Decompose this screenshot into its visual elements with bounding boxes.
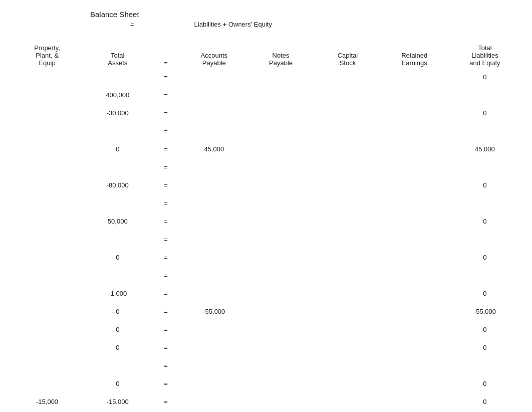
cell-ap-15 [181, 338, 247, 356]
cell-np-4 [247, 140, 314, 158]
cell-eq-1: = [151, 86, 180, 104]
cell-tle-13: -55,000 [448, 302, 522, 320]
cell-ta-6: -80,000 [84, 176, 151, 194]
cell-pp-7 [10, 194, 84, 212]
cell-pp-15 [10, 338, 84, 356]
cell-ta-8: 50,000 [84, 212, 151, 230]
cell-re-13 [381, 302, 448, 320]
cell-np-15 [247, 338, 314, 356]
cell-ta-16 [84, 356, 151, 374]
table-row: =0 [10, 68, 522, 86]
cell-re-9 [381, 230, 448, 248]
cell-ta-5 [84, 158, 151, 176]
cell-cs-11 [314, 266, 381, 284]
cell-re-8 [381, 212, 448, 230]
cell-ap-4: 45,000 [181, 140, 247, 158]
cell-ta-10: 0 [84, 248, 151, 266]
cell-pp-12 [10, 284, 84, 302]
cell-eq-18: = [151, 392, 180, 410]
cell-re-12 [381, 284, 448, 302]
cell-cs-13 [314, 302, 381, 320]
cell-cs-1 [314, 86, 381, 104]
cell-cs-16 [314, 356, 381, 374]
cell-ta-9 [84, 230, 151, 248]
cell-re-7 [381, 194, 448, 212]
cell-np-2 [247, 104, 314, 122]
cell-cs-6 [314, 176, 381, 194]
cell-eq-15: = [151, 338, 180, 356]
cell-pp-11 [10, 266, 84, 284]
cell-ap-1 [181, 86, 247, 104]
cell-eq-8: = [151, 212, 180, 230]
cell-re-11 [381, 266, 448, 284]
table-row: = [10, 266, 522, 284]
cell-cs-14 [314, 320, 381, 338]
cell-eq-16: = [151, 356, 180, 374]
cell-eq-3: = [151, 122, 180, 140]
cell-re-14 [381, 320, 448, 338]
cell-np-5 [247, 158, 314, 176]
cell-np-13 [247, 302, 314, 320]
page-title: Balance Sheet [90, 10, 522, 19]
cell-ta-7 [84, 194, 151, 212]
cell-eq-14: = [151, 320, 180, 338]
table-row: -15,000-15,000=0 [10, 392, 522, 410]
cell-np-3 [247, 122, 314, 140]
col-header-pp: Property, Plant, & Equip [10, 43, 84, 68]
cell-re-5 [381, 158, 448, 176]
cell-re-6 [381, 176, 448, 194]
cell-ta-2: -30,000 [84, 104, 151, 122]
cell-ta-11 [84, 266, 151, 284]
cell-eq-5: = [151, 158, 180, 176]
cell-ap-7 [181, 194, 247, 212]
cell-eq-9: = [151, 230, 180, 248]
cell-re-15 [381, 338, 448, 356]
cell-ap-17 [181, 374, 247, 392]
cell-pp-9 [10, 230, 84, 248]
cell-ap-2 [181, 104, 247, 122]
cell-tle-15: 0 [448, 338, 522, 356]
cell-tle-0: 0 [448, 68, 522, 86]
cell-eq-6: = [151, 176, 180, 194]
table-row: = [10, 158, 522, 176]
cell-np-17 [247, 374, 314, 392]
cell-pp-18: -15,000 [10, 392, 84, 410]
eq-sign-header: = [130, 21, 134, 28]
cell-re-3 [381, 122, 448, 140]
cell-re-10 [381, 248, 448, 266]
cell-pp-2 [10, 104, 84, 122]
cell-eq-4: = [151, 140, 180, 158]
table-row: -1,000=0 [10, 284, 522, 302]
cell-eq-0: = [151, 68, 180, 86]
cell-re-18 [381, 392, 448, 410]
cell-ap-10 [181, 248, 247, 266]
col-header-re: Retained Earnings [381, 43, 448, 68]
cell-np-6 [247, 176, 314, 194]
balance-sheet-table: Property, Plant, & Equip Total Assets = … [10, 43, 522, 410]
cell-tle-12: 0 [448, 284, 522, 302]
cell-pp-0 [10, 68, 84, 86]
cell-np-1 [247, 86, 314, 104]
cell-np-7 [247, 194, 314, 212]
cell-ap-5 [181, 158, 247, 176]
cell-pp-16 [10, 356, 84, 374]
table-row: = [10, 122, 522, 140]
table-row: 0=-55,000-55,000 [10, 302, 522, 320]
table-row: 400,000= [10, 86, 522, 104]
col-header-ap: Accounts Payable [181, 43, 247, 68]
cell-tle-6: 0 [448, 176, 522, 194]
cell-pp-13 [10, 302, 84, 320]
cell-cs-9 [314, 230, 381, 248]
table-row: = [10, 194, 522, 212]
cell-tle-9 [448, 230, 522, 248]
table-row: = [10, 230, 522, 248]
cell-np-14 [247, 320, 314, 338]
cell-cs-8 [314, 212, 381, 230]
cell-ap-18 [181, 392, 247, 410]
table-row: 0=45,00045,000 [10, 140, 522, 158]
col-header-ta: Total Assets [84, 43, 151, 68]
cell-ta-4: 0 [84, 140, 151, 158]
cell-ta-1: 400,000 [84, 86, 151, 104]
cell-re-2 [381, 104, 448, 122]
cell-pp-10 [10, 248, 84, 266]
